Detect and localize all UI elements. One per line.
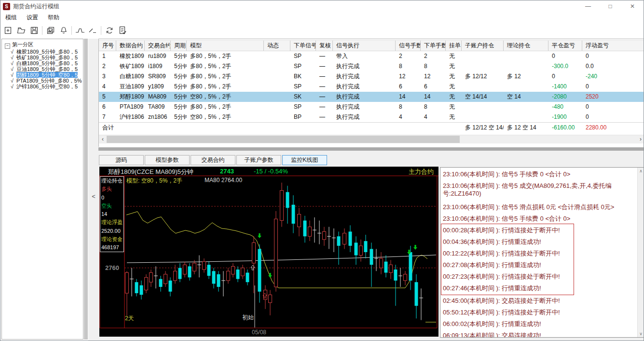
tree-item[interactable]: √白糖1809_5分钟_多80，5 xyxy=(2,60,83,66)
column-header[interactable]: 数据合约 xyxy=(116,41,145,51)
column-header[interactable]: 浮动盈亏 xyxy=(582,41,644,51)
table-row[interactable]: 4豆油1809y18095分钟多80，5%，2手SP—执行完成66无-14000 xyxy=(99,82,644,92)
menu-module[interactable]: 模组 xyxy=(0,14,22,22)
table-cell: 无 xyxy=(446,92,462,102)
open-folder-icon[interactable] xyxy=(14,25,27,36)
column-header[interactable]: 理论持仓 xyxy=(504,41,548,51)
tree-item[interactable]: √PTA1809_5分钟_多80，5% xyxy=(2,78,83,84)
table-row[interactable]: 合计多 12/12 空 14/1多 12 空 14-6160.002280.00 xyxy=(99,122,644,133)
table-cell: 多 12 空 14 xyxy=(504,123,548,133)
table-cell xyxy=(316,123,333,133)
table-row[interactable]: 6PTA1809TA8095分钟多80，5%，2手SP—执行完成88无-4800 xyxy=(99,102,644,112)
check-mark: √ xyxy=(11,66,16,72)
chart-window-icon[interactable] xyxy=(44,25,57,36)
menu-help[interactable]: 帮助 xyxy=(43,14,64,22)
column-header[interactable]: 挂单 xyxy=(446,41,462,51)
candle-body xyxy=(169,281,172,292)
table-horizontal-scrollbar[interactable]: ‹ › xyxy=(99,135,644,143)
table-cell: 无 xyxy=(446,102,462,112)
tree-item[interactable]: √沪锌1806_5分钟_空80，5 xyxy=(2,84,83,89)
chart-ma-label: MA80 2764.00 xyxy=(205,177,242,184)
table-cell xyxy=(446,123,462,133)
tree-item[interactable]: √豆油1809_5分钟_多80，5 xyxy=(2,66,83,72)
tab-源码[interactable]: 源码 xyxy=(99,155,144,165)
scrollbar-thumb[interactable] xyxy=(107,136,460,143)
table-cell: 橡胶1809 xyxy=(116,51,145,61)
column-header[interactable]: 下单手数 xyxy=(421,41,446,51)
menu-settings[interactable]: 设置 xyxy=(22,14,43,22)
table-cell xyxy=(264,123,290,133)
candle-body xyxy=(269,295,272,302)
scroll-left-icon[interactable]: ‹ xyxy=(99,135,107,143)
candle-body xyxy=(125,273,129,294)
horizontal-splitter[interactable] xyxy=(98,147,644,151)
tree-vertical-scrollbar[interactable] xyxy=(84,39,88,340)
column-header[interactable]: 动态 xyxy=(264,41,290,51)
table-cell: 0 xyxy=(582,82,644,92)
minimize-button[interactable]: — xyxy=(577,0,599,12)
scroll-right-icon[interactable]: › xyxy=(637,135,644,143)
table-cell: 多80，5%，2手 xyxy=(187,61,264,71)
column-header[interactable]: 周期 xyxy=(171,41,187,51)
save-icon[interactable] xyxy=(27,25,41,36)
table-cell: -480 xyxy=(548,102,582,112)
tab-监控K线图[interactable]: 监控K线图 xyxy=(282,155,327,165)
close-button[interactable]: ✕ xyxy=(621,0,644,12)
candle-body xyxy=(303,221,307,237)
column-header[interactable]: 下单信号 xyxy=(290,41,316,51)
refresh-icon[interactable] xyxy=(103,25,116,36)
candle-body xyxy=(232,266,235,274)
table-cell: -1400 xyxy=(548,82,582,92)
tab-模型参数[interactable]: 模型参数 xyxy=(145,155,190,165)
candle-body xyxy=(364,241,368,252)
tree-root-第一分区[interactable]: −第一分区 xyxy=(5,42,83,48)
range-label: 2天 xyxy=(125,314,134,323)
table-cell xyxy=(504,102,548,112)
table-row[interactable]: 3白糖1809SR8095分钟多80，5%，2手BK—执行完成1212无多 12… xyxy=(99,71,644,82)
column-header[interactable]: 子账户持仓 xyxy=(462,41,504,51)
table-cell: 1 xyxy=(99,51,116,61)
signal-down-icon[interactable] xyxy=(86,25,99,36)
tree-item[interactable]: √铁矿1809_5分钟_多80，5 xyxy=(2,55,83,60)
chart-panel-collapse-button[interactable]: < xyxy=(90,190,97,202)
tree-item[interactable]: √橡胶1809_5分钟_多80，5 xyxy=(2,49,83,55)
table-row[interactable]: 7沪锌1806zn18065分钟空80，5%，2手BP—执行完成44无-1900… xyxy=(99,112,644,122)
kline-chart-panel[interactable]: 郑醇1809(CZCE MA809)5分钟 2743 -15 / -0.54% … xyxy=(99,167,438,337)
column-header[interactable]: 交易合约 xyxy=(145,41,171,51)
table-cell: 4 xyxy=(99,82,116,92)
new-icon[interactable] xyxy=(1,25,14,36)
tree-collapse-icon[interactable]: − xyxy=(5,43,10,49)
table-cell: 执行完成 xyxy=(333,102,396,112)
scroll-up-icon[interactable]: ∧ xyxy=(638,168,644,174)
tab-交易合约[interactable]: 交易合约 xyxy=(191,155,235,165)
column-header[interactable]: 复核 xyxy=(316,41,333,51)
scroll-down-icon[interactable]: ∨ xyxy=(638,330,644,337)
signal-up-icon[interactable] xyxy=(73,25,86,36)
table-cell xyxy=(264,112,290,122)
info-row: 468197 xyxy=(101,243,123,252)
table-row[interactable]: 2铁矿1809i18095分钟多80，5%，2手SP—执行完成88无-300.0… xyxy=(99,61,644,71)
candle-body xyxy=(258,249,261,291)
tab-子账户参数[interactable]: 子账户参数 xyxy=(236,155,281,165)
candle-body xyxy=(337,236,341,246)
table-cell: 6 xyxy=(99,102,116,112)
column-header[interactable]: 信号执行 xyxy=(333,41,396,51)
chart-canvas-svg[interactable] xyxy=(99,167,438,337)
maximize-button[interactable]: □ xyxy=(599,0,621,12)
column-header[interactable]: 模型 xyxy=(187,41,264,51)
theoretical-position-panel: 理论持仓 多头0空头14理论浮盈2520.00理论资金468197 xyxy=(100,176,124,252)
table-cell: SR809 xyxy=(145,71,171,82)
check-mark: √ xyxy=(11,55,16,60)
table-cell: 白糖1809 xyxy=(116,71,145,82)
tree-item[interactable]: √郑醇1809_5分钟_空80，5 xyxy=(2,72,83,78)
alert-bell-icon[interactable] xyxy=(57,25,70,36)
candle-body xyxy=(323,231,326,239)
column-header[interactable]: 信号手数 xyxy=(396,41,421,51)
log-vertical-scrollbar[interactable]: ∧ ∨ xyxy=(637,168,644,337)
report-check-icon[interactable] xyxy=(116,25,129,36)
table-row[interactable]: 1橡胶1809ru18095分钟多80，5%，2手SP—带入22无00 xyxy=(99,51,644,61)
table-row[interactable]: 5郑醇1809MA8095分钟空80，5%，2手SK—执行完成1414无空 14… xyxy=(99,92,644,102)
table-cell: 多80，5%，2手 xyxy=(187,82,264,92)
column-header[interactable]: 平仓盈亏 xyxy=(548,41,582,51)
column-header[interactable]: 序号 xyxy=(99,41,116,51)
